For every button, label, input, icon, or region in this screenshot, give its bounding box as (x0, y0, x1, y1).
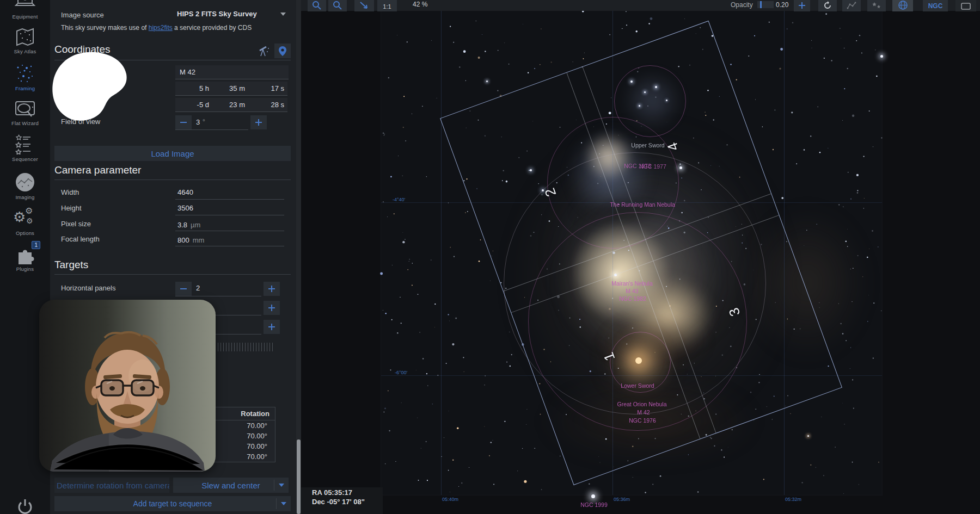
nina-framing-window: Equipment Sky Atlas Framing (0, 0, 980, 514)
table-row[interactable]: 70.00° (205, 431, 275, 441)
ra-hours-input[interactable]: 5 h (175, 82, 212, 96)
input-underline (175, 199, 284, 200)
opacity-increase-button[interactable] (794, 0, 810, 11)
camera-row-label: Height (61, 204, 82, 212)
frame-outline-toggle-button[interactable] (955, 0, 976, 11)
image-source-dropdown[interactable]: HIPS 2 FITS Sky Survey (177, 10, 286, 18)
ngc-label: NGC (928, 2, 943, 10)
add-target-button[interactable]: Add target to sequence (54, 496, 291, 511)
sky-toolbar: 1:1 42 % Opacity 0.20 (301, 0, 980, 11)
sky-object-label: Great Orion Nebula (617, 401, 666, 407)
ra-minutes-value: 35 m (229, 84, 245, 92)
button-divider (276, 498, 277, 509)
sidebar-item-equipment[interactable]: Equipment (0, 0, 50, 20)
dec-minutes-input[interactable]: 23 m (211, 98, 248, 112)
opacity-slider-thumb[interactable] (760, 1, 762, 8)
camera-section-title: Camera parameter (54, 164, 141, 176)
dec-degrees-input[interactable]: -5 d (175, 98, 212, 112)
readout-dec: Dec -05° 17' 08" (312, 498, 383, 506)
sky-object-label: Lower Sword (621, 382, 654, 389)
camera-row-value[interactable]: 4640 (177, 188, 193, 196)
chevron-down-icon[interactable] (279, 484, 284, 487)
table-row[interactable]: 70.00° (205, 420, 275, 431)
sky-object-label: NGC 1976 (629, 417, 656, 424)
horizontal-panels-decrease[interactable] (175, 282, 192, 296)
target-name-input[interactable]: M 42 (175, 65, 289, 79)
chevron-down-icon (280, 13, 286, 16)
sky-atlas-icon (14, 27, 36, 47)
constellation-icon (847, 2, 856, 10)
section-divider (54, 274, 291, 275)
target-location-button[interactable] (274, 44, 291, 58)
reload-image-button[interactable] (818, 0, 837, 11)
minus-icon (180, 288, 187, 289)
survey-note-prefix: This sky survey makes use of (61, 24, 149, 32)
sky-chart-view[interactable]: 05:40m 05:36m 05:32m -4°40' -6°00' 1 2 3… (301, 0, 980, 514)
fit-view-button[interactable] (354, 0, 374, 11)
camera-row-value[interactable]: 3.8µm (177, 220, 200, 230)
sidebar-item-plugins[interactable]: 1 Plugins (0, 245, 50, 272)
input-underline (175, 246, 284, 246)
sky-background-toggle-button[interactable] (892, 0, 913, 11)
overlap-increase[interactable] (264, 320, 280, 334)
dec-degrees-value: -5 d (197, 101, 209, 109)
hips2fits-link[interactable]: hips2fits (149, 24, 173, 32)
horizontal-panels-increase[interactable] (264, 282, 280, 296)
survey-note-suffix: a service provided by CDS (173, 24, 252, 32)
telescope-icon (258, 45, 271, 57)
slew-and-center-button[interactable]: Slew and center (173, 478, 289, 493)
camera-row-value[interactable]: 800mm (177, 235, 204, 245)
sidebar-item-options[interactable]: ⚙ ⚙ ⚙ Options (0, 209, 50, 236)
ngc-annotation-toggle-button[interactable]: NGC (923, 0, 948, 11)
power-icon[interactable] (15, 499, 35, 514)
sidebar-item-label: Flat Wizard (11, 120, 39, 126)
sidebar-item-sequencer[interactable]: Sequencer (0, 134, 50, 162)
camera-row-label: Pixel size (61, 220, 91, 228)
camera-row-value[interactable]: 3506 (177, 204, 193, 212)
plus-icon (268, 286, 275, 292)
table-row[interactable]: 70.00° (205, 441, 275, 451)
one-to-one-button[interactable]: 1:1 (377, 0, 397, 11)
zoom-in-button[interactable] (308, 0, 326, 11)
scrollbar-thumb[interactable] (297, 439, 301, 514)
vertical-panels-increase[interactable] (264, 301, 280, 315)
determine-rotation-button[interactable]: Determine rotation from camera (54, 478, 169, 493)
sidebar-item-flat-wizard[interactable]: Flat Wizard (0, 100, 50, 126)
map-pin-icon (278, 46, 287, 57)
sidebar-item-framing[interactable]: Framing (0, 63, 50, 91)
panel-overlap-line (583, 67, 716, 433)
mount-coords-button[interactable] (256, 44, 272, 58)
unit: µm (191, 221, 200, 229)
framing-icon (14, 63, 36, 84)
zoom-out-icon (333, 1, 342, 10)
panel-scrollbar[interactable] (296, 0, 301, 514)
fov-decrease-button[interactable] (175, 115, 192, 129)
ra-seconds-input[interactable]: 17 s (247, 82, 287, 96)
plus-icon (268, 305, 275, 311)
zoom-out-button[interactable] (328, 0, 347, 11)
sidebar-item-imaging[interactable]: Imaging (0, 172, 50, 200)
dec-minutes-value: 23 m (229, 101, 245, 109)
sky-object-label: NGC 1982 (619, 295, 646, 302)
ra-hours-value: 5 h (199, 84, 209, 92)
table-row[interactable]: 70.00° (205, 451, 275, 462)
sidebar-item-sky-atlas[interactable]: Sky Atlas (0, 27, 50, 54)
image-source-label: Image source (61, 11, 104, 19)
fov-increase-button[interactable] (250, 115, 267, 129)
ra-minutes-input[interactable]: 35 m (211, 82, 248, 96)
sidebar-item-label: Plugins (16, 266, 34, 272)
bright-star (807, 435, 809, 437)
targets-section-title: Targets (54, 259, 88, 271)
sidebar-item-label: Sky Atlas (14, 48, 36, 54)
load-image-button[interactable]: Load Image (54, 146, 291, 161)
chevron-down-icon[interactable] (281, 502, 286, 505)
opacity-slider[interactable] (757, 1, 774, 8)
stars-toggle-button[interactable] (867, 0, 886, 11)
input-underline (175, 231, 284, 231)
constellation-toggle-button[interactable] (842, 0, 861, 11)
options-icon: ⚙ ⚙ ⚙ (13, 209, 37, 228)
horizontal-panels-label: Horizontal panels (61, 284, 115, 292)
sky-object-label: M 42 (637, 409, 650, 416)
section-divider (54, 179, 291, 180)
dec-seconds-input[interactable]: 28 s (247, 98, 287, 112)
